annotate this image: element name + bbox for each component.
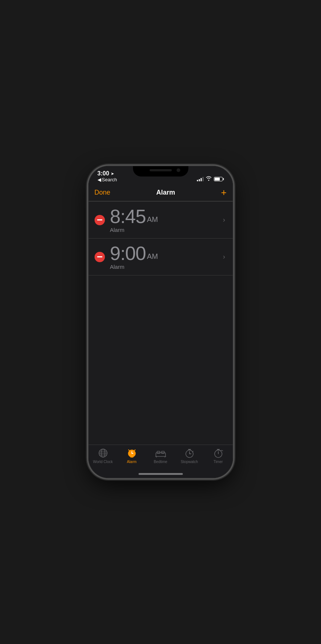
alarm-2-info: 9:00 AM Alarm	[110, 244, 220, 270]
alarm-item[interactable]: 9:00 AM Alarm ›	[89, 239, 233, 275]
world-clock-icon	[98, 448, 108, 458]
svg-rect-14	[161, 451, 164, 453]
alarm-1-label: Alarm	[110, 227, 220, 233]
notch	[133, 166, 188, 177]
alarm-2-ampm: AM	[147, 252, 158, 261]
alarm-2-time: 9:00	[110, 244, 146, 263]
wifi-icon	[206, 176, 212, 182]
status-left: 3:00 ➤ ◀ Search	[98, 170, 117, 182]
add-alarm-button[interactable]: +	[221, 188, 226, 197]
alarm-2-label: Alarm	[110, 264, 220, 270]
signal-bar-2	[199, 179, 200, 181]
signal-bar-1	[197, 180, 198, 181]
signal-bar-4	[202, 177, 204, 181]
alarm-1-time: 8:45	[110, 207, 146, 226]
screen: 3:00 ➤ ◀ Search	[89, 166, 233, 478]
alarm-item[interactable]: 8:45 AM Alarm ›	[89, 201, 233, 239]
svg-line-7	[129, 450, 130, 451]
tab-alarm[interactable]: Alarm	[117, 448, 146, 464]
alarm-1-info: 8:45 AM Alarm	[110, 207, 220, 233]
done-button[interactable]: Done	[95, 189, 110, 196]
tab-world-clock-label: World Clock	[93, 460, 113, 464]
timer-icon	[213, 448, 223, 458]
camera	[177, 168, 180, 172]
svg-rect-13	[157, 451, 160, 453]
minus-icon	[97, 219, 102, 220]
alarm-1-chevron-icon: ›	[223, 216, 225, 224]
home-indicator	[139, 473, 183, 475]
battery-icon	[214, 177, 224, 181]
time-display: 3:00	[98, 170, 109, 177]
nav-bar: Done Alarm +	[89, 185, 233, 201]
tab-bedtime-label: Bedtime	[154, 460, 167, 464]
minus-icon	[97, 256, 102, 257]
back-button[interactable]: ◀ Search	[98, 177, 117, 182]
back-chevron-icon: ◀	[98, 177, 101, 182]
alarm-tab-icon	[127, 448, 137, 458]
delete-alarm-2-button[interactable]	[95, 252, 105, 262]
delete-alarm-1-button[interactable]	[95, 215, 105, 225]
signal-bars-icon	[197, 177, 204, 181]
bedtime-icon	[156, 448, 166, 458]
alarm-2-chevron-icon: ›	[223, 253, 225, 261]
svg-line-8	[134, 450, 135, 451]
tab-world-clock[interactable]: World Clock	[89, 448, 117, 464]
alarm-list: 8:45 AM Alarm › 9:00 AM Alarm	[89, 201, 233, 275]
tab-stopwatch-label: Stopwatch	[181, 460, 198, 464]
empty-area	[89, 275, 233, 453]
back-label: Search	[102, 177, 117, 182]
status-time: 3:00 ➤	[98, 170, 117, 177]
tab-timer-label: Timer	[214, 460, 223, 464]
alarm-1-ampm: AM	[147, 215, 158, 224]
tab-stopwatch[interactable]: Stopwatch	[175, 448, 204, 464]
signal-bar-3	[201, 178, 202, 181]
nav-title: Alarm	[156, 189, 175, 196]
alarm-2-time-row: 9:00 AM	[110, 244, 220, 263]
tab-timer[interactable]: Timer	[204, 448, 233, 464]
phone-frame: 3:00 ➤ ◀ Search	[89, 166, 233, 478]
location-arrow-icon: ➤	[111, 172, 114, 176]
stopwatch-icon	[184, 448, 195, 458]
tab-bedtime[interactable]: Bedtime	[146, 448, 175, 464]
tab-alarm-label: Alarm	[127, 460, 136, 464]
alarm-1-time-row: 8:45 AM	[110, 207, 220, 226]
speaker	[150, 169, 172, 171]
status-right	[197, 176, 224, 182]
